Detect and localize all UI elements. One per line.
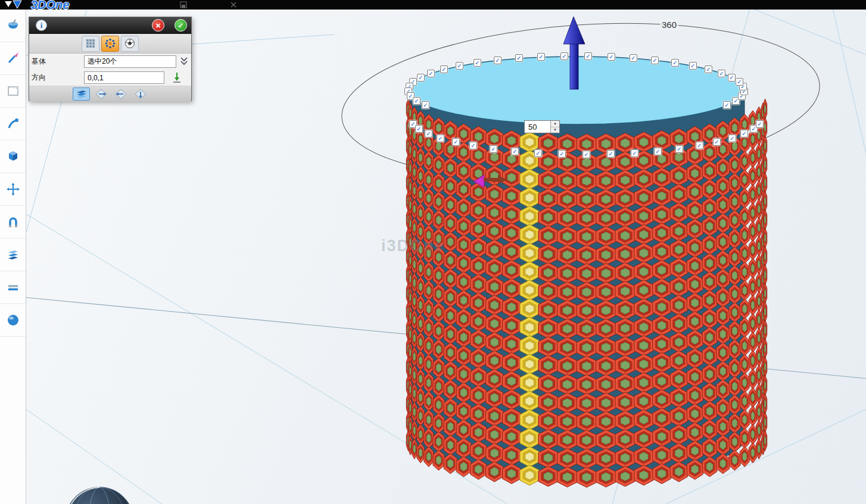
- option-stack-button[interactable]: [73, 87, 90, 101]
- dialog-header[interactable]: i ✕ ✓: [29, 17, 191, 34]
- pattern-instance-checkbox[interactable]: ✓: [736, 78, 743, 86]
- pattern-instance-checkbox[interactable]: ✓: [631, 149, 638, 157]
- hex-column[interactable]: [412, 107, 417, 459]
- sidebar-tool-bars[interactable]: [0, 271, 26, 304]
- pattern-instance-checkbox[interactable]: ✓: [413, 97, 420, 105]
- hex-column[interactable]: [417, 111, 425, 463]
- sidebar-tool-plane[interactable]: [0, 75, 26, 108]
- pattern-instance-checkbox[interactable]: ✓: [417, 74, 425, 82]
- hex-column[interactable]: [702, 124, 717, 477]
- hex-column[interactable]: [634, 132, 653, 486]
- pattern-instance-checkbox[interactable]: ✓: [474, 59, 481, 67]
- pattern-instance-checkbox[interactable]: ✓: [452, 138, 460, 146]
- hex-column[interactable]: [456, 124, 471, 477]
- pattern-instance-checkbox[interactable]: ✓: [705, 65, 712, 73]
- pattern-instance-checkbox[interactable]: ✓: [437, 134, 444, 142]
- pattern-instance-checkbox[interactable]: ✓: [425, 130, 432, 137]
- hex-column[interactable]: [740, 114, 749, 467]
- pattern-instance-checkbox[interactable]: ✓: [607, 150, 615, 158]
- pattern-count-input[interactable]: [525, 121, 550, 133]
- pattern-instance-checkbox[interactable]: ✓: [630, 54, 637, 62]
- sidebar-tool-pottery[interactable]: [0, 10, 26, 42]
- hex-column[interactable]: [717, 121, 730, 474]
- hex-column[interactable]: [749, 111, 757, 463]
- hex-column[interactable]: [615, 133, 635, 487]
- pattern-instance-checkbox[interactable]: ✓: [422, 101, 429, 109]
- hex-column[interactable]: [756, 107, 762, 459]
- pattern-instance-checkbox[interactable]: ✓: [675, 145, 683, 153]
- pattern-instance-checkbox[interactable]: ✓: [511, 148, 519, 155]
- basis-input[interactable]: [84, 55, 176, 68]
- sidebar-tool-move[interactable]: [0, 173, 26, 206]
- hex-column[interactable]: [764, 99, 767, 450]
- hex-column[interactable]: [729, 118, 740, 471]
- save-icon[interactable]: [180, 1, 187, 8]
- pattern-instance-checkbox[interactable]: ✓: [584, 52, 592, 60]
- info-icon[interactable]: i: [36, 20, 47, 31]
- axis-handle-icon: [484, 178, 498, 181]
- sidebar-tool-carve[interactable]: [0, 108, 26, 140]
- pattern-instance-checkbox[interactable]: ✓: [651, 57, 659, 64]
- sidebar-tool-cube[interactable]: [0, 140, 26, 173]
- tab-sphere-pattern[interactable]: [121, 36, 139, 52]
- sidebar-tool-layers[interactable]: [0, 239, 26, 271]
- pattern-instance-checkbox[interactable]: ✓: [654, 148, 662, 155]
- hex-column[interactable]: [444, 121, 457, 474]
- pattern-instance-checkbox[interactable]: ✓: [534, 149, 542, 157]
- pattern-instance-checkbox[interactable]: ✓: [537, 53, 545, 61]
- sidebar-tool-magnet[interactable]: [0, 206, 26, 239]
- hex-column[interactable]: [577, 134, 597, 487]
- option-diamond-1-button[interactable]: [92, 87, 110, 101]
- hex-column[interactable]: [653, 130, 671, 484]
- pattern-instance-checkbox[interactable]: ✓: [689, 62, 697, 70]
- pattern-instance-checkbox[interactable]: ✓: [671, 59, 679, 67]
- spinner-down-icon[interactable]: ▼: [551, 127, 559, 133]
- pattern-instance-checkbox[interactable]: ✓: [494, 57, 501, 64]
- option-diamond-3-button[interactable]: [132, 87, 149, 101]
- hex-column[interactable]: [596, 134, 616, 487]
- pattern-instance-checkbox[interactable]: ✓: [723, 101, 731, 109]
- option-diamond-2-button[interactable]: [112, 87, 129, 101]
- pattern-instance-checkbox[interactable]: ✓: [608, 53, 615, 61]
- pattern-instance-checkbox[interactable]: ✓: [728, 134, 736, 142]
- pottery-wheel-icon: [6, 18, 20, 33]
- tab-linear-pattern[interactable]: [82, 36, 99, 52]
- pattern-instance-checkbox[interactable]: ✓: [427, 70, 435, 77]
- chevron-double-down-icon[interactable]: [180, 57, 188, 66]
- sidebar-tool-brush[interactable]: [0, 42, 26, 75]
- spinner-up-icon[interactable]: ▲: [551, 121, 559, 127]
- pattern-instance-checkbox[interactable]: ✓: [560, 52, 568, 60]
- hex-column[interactable]: [670, 129, 687, 482]
- pattern-instance-checkbox[interactable]: ✓: [490, 145, 497, 153]
- pattern-instance-checkbox[interactable]: ✓: [469, 142, 477, 149]
- close-icon[interactable]: [230, 1, 237, 8]
- view-navigation-ball[interactable]: [66, 487, 133, 504]
- pattern-instance-checkbox[interactable]: ✓: [740, 130, 748, 137]
- pattern-instance-checkbox[interactable]: ✓: [415, 125, 423, 133]
- pattern-instance-checkbox[interactable]: ✓: [713, 138, 721, 146]
- direction-pick-icon[interactable]: [172, 72, 182, 83]
- hex-column[interactable]: [557, 134, 578, 487]
- hex-column[interactable]: [687, 126, 703, 479]
- hex-column[interactable]: [424, 114, 434, 467]
- pattern-instance-checkbox[interactable]: ✓: [718, 70, 725, 77]
- cylinder-model[interactable]: [406, 57, 767, 487]
- confirm-button[interactable]: ✓: [175, 19, 187, 32]
- hex-column-selected[interactable]: [520, 132, 539, 486]
- direction-input[interactable]: [84, 71, 164, 84]
- pattern-instance-checkbox[interactable]: ✓: [728, 74, 736, 82]
- pattern-instance-checkbox[interactable]: ✓: [515, 54, 523, 62]
- pattern-instance-checkbox[interactable]: ✓: [558, 150, 566, 158]
- tab-circular-pattern[interactable]: [101, 36, 119, 52]
- pattern-instance-checkbox[interactable]: ✓: [756, 120, 764, 128]
- hex-column[interactable]: [503, 130, 521, 484]
- hex-column[interactable]: [433, 118, 444, 471]
- pattern-instance-checkbox[interactable]: ✓: [440, 65, 448, 73]
- cancel-button[interactable]: ✕: [152, 19, 164, 32]
- pattern-instance-checkbox[interactable]: ✓: [696, 142, 703, 149]
- hex-column[interactable]: [538, 133, 558, 487]
- pattern-instance-checkbox[interactable]: ✓: [456, 62, 463, 70]
- pattern-instance-checkbox[interactable]: ✓: [582, 151, 590, 158]
- direction-label: 方向: [32, 73, 46, 83]
- sidebar-tool-sphere[interactable]: [0, 304, 26, 337]
